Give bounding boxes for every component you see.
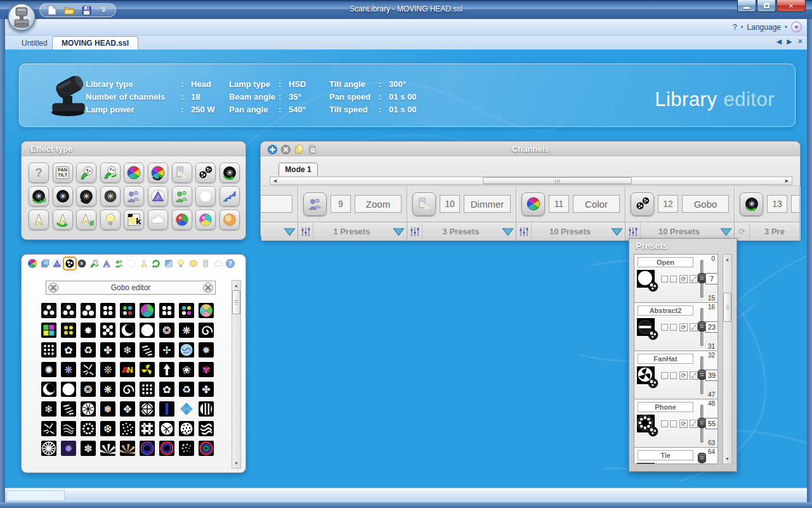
gobo-thumbnail[interactable]: [140, 382, 155, 397]
gobo-thumbnail[interactable]: [81, 303, 96, 318]
help-menu[interactable]: ?: [733, 23, 737, 32]
preset-value-field[interactable]: 23: [705, 321, 718, 333]
gobo-thumbnail[interactable]: ✤: [199, 382, 214, 397]
gobo-thumbnail[interactable]: [120, 323, 135, 338]
gobo-thumbnail[interactable]: ✺: [41, 362, 56, 377]
gobo-index-icon[interactable]: ✳: [76, 186, 96, 206]
channel-type-icon[interactable]: [631, 192, 654, 216]
white-ball-icon[interactable]: [126, 258, 137, 269]
presets-dropdown-icon[interactable]: [499, 227, 516, 236]
gobo-thumbnail[interactable]: ❄: [41, 401, 56, 417]
gobo-thumbnail[interactable]: ✾: [199, 362, 214, 377]
channel-name-field[interactable]: Zoom: [355, 195, 402, 213]
tab-untitled[interactable]: Untitled: [13, 36, 56, 50]
delete-channel-icon[interactable]: [280, 144, 291, 155]
lamp-icon[interactable]: [100, 210, 121, 230]
gobo-thumbnail[interactable]: ✹: [61, 441, 76, 456]
gobo-thumbnail[interactable]: [199, 303, 214, 318]
gobo-thumbnail[interactable]: [120, 421, 135, 436]
tab-moving-head[interactable]: MOVING HEAD.ssl: [52, 36, 138, 50]
add-channel-icon[interactable]: [266, 144, 278, 155]
channel-type-icon[interactable]: [303, 192, 327, 216]
gobo-thumbnail[interactable]: ❋: [100, 382, 115, 397]
scrollbar-thumb[interactable]: [723, 293, 731, 322]
preset-gobo-thumbnail[interactable]: [637, 463, 655, 464]
tab-prev-icon[interactable]: ◀: [776, 37, 782, 46]
preset-slider[interactable]: [700, 260, 704, 298]
scroll-up-icon[interactable]: ▲: [723, 255, 731, 264]
gobo-thumbnail[interactable]: [120, 303, 135, 318]
frost-soft-icon[interactable]: [195, 186, 216, 206]
speed-icon[interactable]: [219, 186, 240, 206]
channel-type-icon[interactable]: [412, 192, 436, 216]
channel-name-field[interactable]: Color: [573, 195, 620, 213]
gobo-thumbnail[interactable]: [179, 441, 194, 456]
color-wheel-icon[interactable]: [27, 258, 38, 269]
mode-tab[interactable]: Mode 1: [278, 163, 318, 176]
gobo-thumbnail[interactable]: [159, 421, 174, 436]
open-folder-icon[interactable]: [63, 4, 75, 16]
preset-checkbox-1[interactable]: [661, 276, 668, 283]
hands-icon[interactable]: [89, 258, 100, 269]
channel-number-field[interactable]: 12: [658, 195, 678, 213]
gobo-thumbnail[interactable]: [159, 401, 174, 417]
gobo-thumbnail[interactable]: [41, 342, 56, 358]
channels-horizontal-scrollbar[interactable]: ◀ ▶: [270, 177, 792, 185]
gobo-thumbnail[interactable]: ✿: [61, 342, 76, 358]
gobo-thumbnail[interactable]: [140, 342, 155, 358]
gobo-thumbnail[interactable]: ✿: [159, 382, 174, 397]
ctc-icon[interactable]: k: [124, 210, 144, 230]
frost-cloud-icon[interactable]: [148, 210, 168, 230]
gobo-thumbnail[interactable]: ❅: [100, 401, 115, 417]
gobo-thumbnail[interactable]: [140, 303, 155, 318]
channel-presets-row[interactable]: ⟳3 Pre: [735, 222, 799, 241]
preset-name-field[interactable]: Abstract2: [638, 305, 693, 316]
copy-channel-icon[interactable]: [293, 144, 304, 155]
help-icon[interactable]: ?: [225, 258, 236, 269]
prism-icon[interactable]: ⚡: [148, 186, 168, 206]
tab-next-icon[interactable]: ▶: [787, 37, 792, 46]
gobo-hand-rotation-icon[interactable]: [100, 163, 121, 183]
gobo-thumbnail[interactable]: ❊: [100, 362, 115, 377]
preset-checkbox-1[interactable]: [661, 420, 668, 427]
gobo-thumbnail[interactable]: [41, 323, 56, 338]
preset-checkbox-2[interactable]: [670, 372, 677, 379]
cmy-mix-icon[interactable]: [195, 210, 216, 230]
rotate-green-icon[interactable]: [150, 258, 162, 269]
gobo-thumbnail[interactable]: ✸: [199, 342, 214, 358]
preset-slider[interactable]: [700, 356, 704, 394]
language-menu[interactable]: Language: [747, 23, 781, 32]
gobo-thumbnail[interactable]: [61, 382, 76, 397]
gobo-thumbnail[interactable]: [159, 362, 174, 377]
gobo-thumbnail[interactable]: [199, 323, 214, 338]
gobo-thumbnail[interactable]: ✢: [159, 342, 174, 358]
toolbar-options-chevron-icon[interactable]: [98, 4, 109, 16]
gobo-thumbnail[interactable]: ♻: [179, 382, 194, 397]
cylinder-icon[interactable]: [200, 258, 211, 269]
gobo-thumbnail[interactable]: [199, 401, 214, 417]
gobo-vertical-scrollbar[interactable]: ▲ ▼: [232, 280, 241, 469]
channel-number-field[interactable]: 10: [440, 195, 460, 213]
channel-name-field[interactable]: [791, 195, 800, 213]
scrollbar-thumb[interactable]: [483, 177, 632, 184]
channel-type-icon[interactable]: ✳: [740, 192, 763, 216]
maximize-button[interactable]: [757, 0, 776, 12]
iris-index-icon[interactable]: #: [76, 210, 96, 230]
gobo-thumbnail[interactable]: ✽: [81, 441, 96, 456]
gobo-thumbnail[interactable]: [120, 441, 135, 456]
presets-vertical-scrollbar[interactable]: ▲ ▼: [723, 254, 732, 464]
figure-green-icon[interactable]: [114, 258, 125, 269]
prism-icon[interactable]: ⚡: [51, 258, 63, 269]
gobo-thumbnail[interactable]: [179, 401, 194, 417]
gobo-thumbnail[interactable]: [41, 303, 56, 318]
scroll-left-icon[interactable]: ◀: [271, 177, 279, 184]
gobo-thumbnail[interactable]: [140, 421, 155, 436]
channel-number-field[interactable]: 13: [767, 195, 787, 213]
preset-name-field[interactable]: FanHat: [638, 354, 693, 364]
gobo-thumbnail[interactable]: ❂: [159, 323, 174, 338]
gobo-thumbnail[interactable]: [61, 303, 76, 318]
gobo-thumbnail[interactable]: [100, 441, 115, 456]
preset-expand-button[interactable]: ⤢: [690, 371, 698, 380]
preset-checkbox-1[interactable]: [661, 324, 668, 331]
gobo-thumbnail[interactable]: [199, 441, 214, 456]
